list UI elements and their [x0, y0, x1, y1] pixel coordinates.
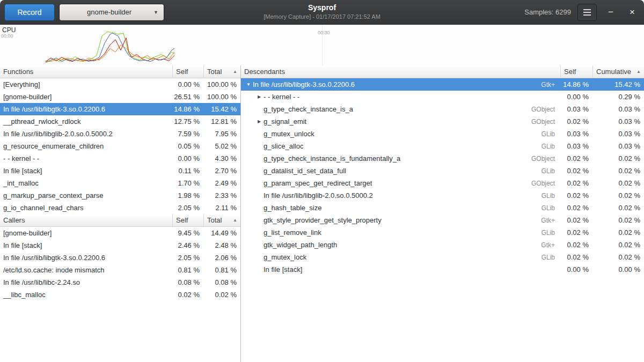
chevron-down-icon: ▼: [153, 10, 158, 15]
tree-row[interactable]: gtk_widget_path_lengthGtk+0.02 %0.02 %: [241, 239, 644, 251]
descendants-header-row: Descendants Self Cumulative ▲: [241, 65, 644, 78]
tree-row[interactable]: g_mutex_lockGLib0.02 %0.02 %: [241, 251, 644, 263]
table-row[interactable]: [Everything]0.00 %100.00 %: [0, 78, 240, 91]
function-name: g_markup_parse_context_parse: [0, 191, 172, 200]
table-row[interactable]: g_io_channel_read_chars2.05 %2.11 %: [0, 202, 240, 214]
function-name: g_resource_enumerate_children: [0, 142, 172, 150]
self-value: 0.02 %: [560, 228, 592, 237]
function-name: In file [stack]: [0, 167, 172, 175]
column-header-cumulative[interactable]: Cumulative ▲: [592, 65, 644, 78]
tree-row[interactable]: g_datalist_id_set_data_fullGLib0.02 %0.0…: [241, 165, 644, 177]
self-value: 0.08 %: [172, 278, 203, 286]
category-label: GLib: [537, 143, 560, 150]
table-row[interactable]: _int_malloc1.70 %2.49 %: [0, 177, 240, 189]
column-header-total[interactable]: Total ▲: [203, 65, 240, 78]
function-name: g_param_spec_get_redirect_target: [264, 179, 372, 187]
function-name: In file /usr/lib/libc-2.24.so: [0, 278, 172, 286]
self-value: 0.03 %: [560, 142, 592, 150]
record-button[interactable]: Record: [4, 4, 55, 21]
column-header-total[interactable]: Total ▲: [203, 214, 240, 226]
minimize-button[interactable]: −: [603, 5, 618, 20]
table-row[interactable]: In file [stack]2.46 %2.48 %: [0, 239, 240, 252]
descendant-name-cell: gtk_style_provider_get_style_propertyGtk…: [241, 216, 560, 224]
self-value: 0.00 %: [560, 265, 592, 274]
column-header-self[interactable]: Self: [172, 65, 203, 78]
time-tick-start: 00:00: [1, 33, 13, 39]
table-row[interactable]: [gnome-builder]9.45 %14.49 %: [0, 227, 240, 239]
category-label: GLib: [537, 204, 560, 212]
total-value: 2.33 %: [203, 191, 240, 200]
tree-row[interactable]: g_hash_table_sizeGLib0.02 %0.02 %: [241, 202, 644, 214]
tree-row[interactable]: g_list_remove_linkGLib0.02 %0.02 %: [241, 226, 644, 239]
time-tick-mid: 00:30: [318, 30, 330, 35]
table-row[interactable]: g_markup_parse_context_parse1.98 %2.33 %: [0, 189, 240, 202]
tree-row[interactable]: ▼In file /usr/lib/libgtk-3.so.0.2200.6Gt…: [241, 78, 644, 91]
self-value: 0.03 %: [560, 105, 592, 113]
descendants-panel: Descendants Self Cumulative ▲ ▼In file /…: [241, 65, 644, 362]
tree-row[interactable]: g_type_check_instance_is_fundamentally_a…: [241, 152, 644, 165]
total-value: 12.81 %: [203, 117, 240, 125]
cumulative-value: 0.02 %: [592, 191, 644, 200]
table-row[interactable]: __pthread_rwlock_rdlock12.75 %12.81 %: [0, 115, 240, 128]
table-row[interactable]: In file /usr/lib/libgtk-3.so.0.2200.62.0…: [0, 252, 240, 264]
expander-closed-icon[interactable]: ▶: [255, 94, 264, 99]
tree-row[interactable]: ▶g_signal_emitGObject0.02 %0.03 %: [241, 115, 644, 128]
function-name: g_mutex_lock: [264, 253, 306, 261]
total-value: 100.00 %: [203, 93, 240, 101]
tree-row[interactable]: g_slice_allocGLib0.03 %0.03 %: [241, 140, 644, 152]
category-label: Gtk+: [537, 217, 560, 224]
tree-row[interactable]: In file [stack]0.00 %0.00 %: [241, 263, 644, 276]
category-label: GObject: [527, 155, 560, 162]
tree-row[interactable]: g_param_spec_get_redirect_targetGObject0…: [241, 177, 644, 189]
column-header-descendants[interactable]: Descendants: [241, 65, 560, 78]
column-header-functions[interactable]: Functions: [0, 65, 172, 78]
tree-row[interactable]: gtk_style_provider_get_style_propertyGtk…: [241, 214, 644, 226]
total-value: 7.95 %: [203, 130, 240, 138]
cumulative-value: 0.03 %: [592, 117, 644, 125]
column-header-self[interactable]: Self: [172, 214, 203, 226]
cumulative-value: 15.42 %: [592, 80, 644, 88]
table-row[interactable]: [gnome-builder]26.51 %100.00 %: [0, 91, 240, 103]
expander-open-icon[interactable]: ▼: [244, 82, 253, 87]
function-name: [gnome-builder]: [0, 229, 172, 237]
function-name: gtk_style_provider_get_style_property: [264, 216, 382, 224]
menu-button[interactable]: [577, 4, 597, 21]
sysprof-window: Record gnome-builder ▼ Sysprof [Memory C…: [0, 0, 644, 362]
tree-row[interactable]: In file /usr/lib/libglib-2.0.so.0.5000.2…: [241, 189, 644, 202]
expander-closed-icon[interactable]: ▶: [255, 119, 264, 124]
self-value: 0.02 %: [560, 241, 592, 249]
category-label: GLib: [537, 192, 560, 200]
table-row[interactable]: - - kernel - -0.00 %4.30 %: [0, 152, 240, 165]
table-row[interactable]: In file [stack]0.11 %2.70 %: [0, 165, 240, 177]
descendant-name-cell: g_type_check_instance_is_aGObject: [241, 105, 560, 113]
self-value: 7.59 %: [172, 130, 203, 138]
tree-row[interactable]: g_mutex_unlockGLib0.03 %0.03 %: [241, 128, 644, 140]
table-row[interactable]: g_resource_enumerate_children0.05 %5.02 …: [0, 140, 240, 152]
descendant-name-cell: g_mutex_unlockGLib: [241, 130, 560, 138]
cpu-usage-chart[interactable]: CPU 00:00 00:30: [0, 25, 644, 65]
function-name: __pthread_rwlock_rdlock: [0, 117, 172, 125]
target-process-dropdown[interactable]: gnome-builder ▼: [59, 4, 164, 21]
tree-row[interactable]: g_type_check_instance_is_aGObject0.03 %0…: [241, 103, 644, 115]
descendant-name-cell: g_param_spec_get_redirect_targetGObject: [241, 179, 560, 187]
cumulative-value: 0.03 %: [592, 105, 644, 113]
table-row[interactable]: In file /usr/lib/libglib-2.0.so.0.5000.2…: [0, 128, 240, 140]
category-label: GLib: [537, 254, 560, 261]
total-value: 0.02 %: [203, 291, 240, 299]
target-process-label: gnome-builder: [65, 8, 153, 16]
descendant-name-cell: g_type_check_instance_is_fundamentally_a…: [241, 154, 560, 162]
self-value: 0.00 %: [560, 93, 592, 101]
app-title: Sysprof: [264, 3, 380, 12]
table-row[interactable]: In file /usr/lib/libc-2.24.so0.08 %0.08 …: [0, 276, 240, 289]
table-row[interactable]: __libc_malloc0.02 %0.02 %: [0, 289, 240, 301]
tree-row[interactable]: ▶- - kernel - -0.00 %0.29 %: [241, 91, 644, 103]
cumulative-value: 0.03 %: [592, 142, 644, 150]
table-row[interactable]: /etc/ld.so.cache: inode mismatch0.81 %0.…: [0, 264, 240, 276]
column-header-self[interactable]: Self: [560, 65, 592, 78]
table-row[interactable]: In file /usr/lib/libgtk-3.so.0.2200.614.…: [0, 103, 240, 115]
close-button[interactable]: ×: [625, 5, 640, 20]
total-value: 2.70 %: [203, 167, 240, 175]
descendant-name-cell: g_datalist_id_set_data_fullGLib: [241, 167, 560, 175]
self-value: 0.02 %: [560, 179, 592, 187]
column-header-callers[interactable]: Callers: [0, 214, 172, 226]
